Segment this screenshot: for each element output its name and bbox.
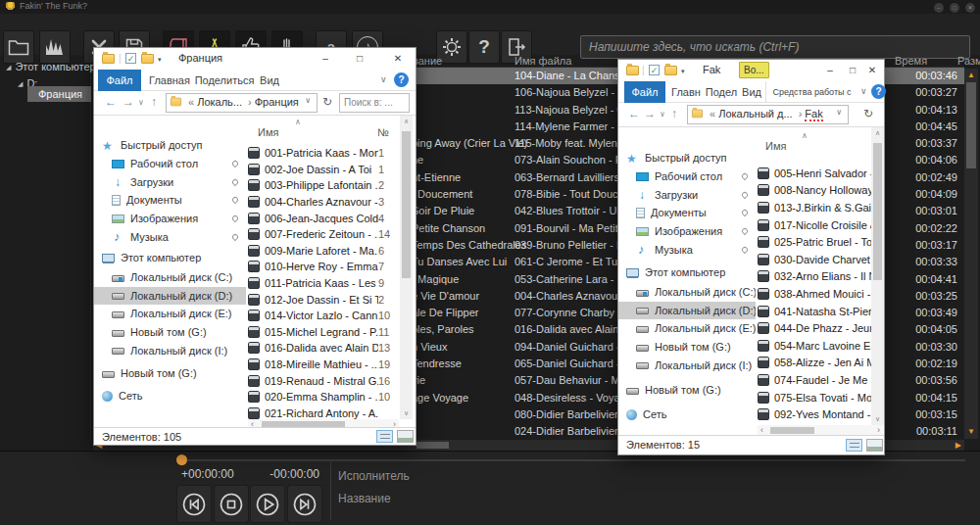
close-button[interactable]: ✕ [385, 48, 411, 70]
file-row[interactable]: 015-Michel Legrand - P... 11 [248, 324, 400, 341]
sort-ascending-icon[interactable]: ∧ [295, 118, 301, 126]
tab-file[interactable]: Файл [624, 81, 665, 103]
list-vertical-scrollbar[interactable]: ∧ ∨ [871, 127, 884, 425]
file-row[interactable]: 092-Yves Montand - So... [758, 406, 871, 423]
file-row[interactable]: 012-Joe Dassin - Et Si T... 2 [248, 291, 400, 308]
scroll-up-icon[interactable]: ∧ [400, 118, 413, 125]
nav-drive-item[interactable]: Локальный диск (I:) [618, 356, 756, 374]
minimize-button[interactable]: – [313, 48, 338, 70]
list-vertical-scrollbar[interactable]: ∧ ∨ [400, 116, 413, 419]
file-row[interactable]: 011-Patricia Kaas - Les ... 9 [248, 275, 400, 292]
expand-icon[interactable]: ◢ [6, 64, 11, 71]
file-row[interactable]: 054-Marc Lavoine En D... [758, 337, 871, 355]
crumb-current[interactable]: Fak [805, 108, 822, 121]
file-row[interactable]: 041-Natasha St-Pier - T... [758, 303, 871, 320]
scroll-up-icon[interactable]: ▲ [964, 71, 978, 80]
tab-file[interactable]: Файл [98, 70, 141, 91]
crumb-chevron[interactable]: « [185, 96, 197, 108]
tree-item-computer[interactable]: ◢Этот компьютер [6, 61, 96, 72]
tab-home[interactable]: Главн [669, 81, 703, 103]
tab-share[interactable]: Подел [705, 81, 738, 103]
nav-drive-item[interactable]: Локальный диск (I:) [94, 341, 246, 359]
help-icon[interactable]: ? [394, 72, 409, 87]
nav-volume-g[interactable]: Новый том (G:) [94, 364, 246, 383]
up-icon[interactable]: ↑ [671, 107, 677, 120]
qat-dropdown-icon[interactable]: ▾ [681, 68, 685, 75]
qat-dropdown-icon[interactable]: ▾ [158, 56, 162, 64]
column-time[interactable]: Время [895, 55, 927, 67]
dropdown-icon[interactable]: ∨ [833, 108, 845, 117]
file-row[interactable]: 004-Charles Aznavour -... 3 [248, 194, 400, 211]
file-row[interactable]: 016-Dalida avec Alain D... 13 [248, 340, 400, 357]
breadcrumb[interactable]: «Локальный д... ›Fak ∨ [687, 105, 849, 124]
file-row[interactable]: 017-Nicolle Croisile & P... [758, 216, 871, 234]
seek-handle[interactable] [176, 454, 187, 465]
play-button[interactable] [250, 485, 285, 523]
scroll-thumb[interactable] [402, 131, 411, 278]
nav-drive-item[interactable]: Локальный диск (C:) [618, 283, 756, 302]
nav-drive-item[interactable]: Локальный диск (E:) [618, 319, 756, 338]
file-row[interactable]: 058-Alizze - Jen Ai Marre... [758, 355, 871, 372]
file-row[interactable]: 006-Jean-Jacques Cold... 4 [248, 210, 400, 226]
file-row[interactable]: 002-Joe Dassin - A Toi 1 [248, 162, 400, 178]
nav-network[interactable]: Сеть [94, 387, 246, 406]
up-icon[interactable]: ↑ [151, 95, 157, 109]
column-name[interactable]: Имя [258, 126, 278, 138]
minimize-button[interactable]: – [934, 3, 944, 13]
expand-icon[interactable]: ◢ [18, 80, 23, 87]
maximize-button[interactable]: □ [347, 48, 372, 70]
details-view-icon[interactable] [846, 439, 862, 452]
tab-home[interactable]: Главная [145, 70, 194, 91]
crumb-parent[interactable]: Локальный д... [718, 108, 792, 119]
file-row[interactable]: 010-Herve Roy - Emma... 7 [248, 259, 400, 275]
column-name[interactable]: Имя [765, 140, 786, 152]
forward-icon[interactable]: → [122, 95, 134, 109]
column-filename[interactable]: Имя файла [514, 55, 571, 67]
file-row[interactable]: 008-Nancy Holloway - ... [758, 182, 871, 200]
file-row[interactable]: 019-Renaud - Mistral G... 16 [248, 372, 400, 389]
back-icon[interactable]: ← [628, 107, 640, 120]
tree-item-folder-selected[interactable]: Франция [27, 86, 91, 102]
details-view-icon[interactable] [376, 430, 393, 443]
tab-view[interactable]: Вид [740, 81, 763, 103]
next-button[interactable] [287, 485, 322, 523]
nav-item[interactable]: Изображения [618, 222, 756, 241]
ribbon-collapse-icon[interactable]: ∨ [860, 86, 867, 96]
checkbox-icon[interactable]: ✓ [649, 65, 660, 75]
close-button[interactable]: ✕ [859, 60, 885, 81]
scroll-down-icon[interactable]: ∨ [400, 409, 413, 417]
file-row[interactable]: 003-Philippe Lafontain ... 2 [248, 177, 400, 194]
scroll-down-icon[interactable]: ▼ [964, 427, 978, 437]
refresh-icon[interactable]: ↻ [322, 95, 332, 109]
file-row[interactable]: 018-Mireille Mathieu - ... 19 [248, 357, 400, 373]
file-row[interactable]: 075-Elsa Tovati - Moi Je... [758, 389, 871, 406]
file-row[interactable]: 014-Victor Lazlo - Cann... 10 [248, 308, 400, 324]
file-row[interactable]: 025-Patric Bruel - Tout S... [758, 233, 871, 251]
tab-music-tools[interactable]: Средства работы с музыкой [765, 81, 858, 103]
sort-ascending-icon[interactable]: ∧ [802, 131, 808, 140]
file-row[interactable]: 009-Marie Laforet - Ma... 6 [248, 243, 400, 260]
tab-view[interactable]: Вид [255, 70, 284, 91]
crumb-chevron[interactable]: « [707, 108, 718, 119]
nav-this-pc[interactable]: Этот компьютер [94, 249, 246, 267]
refresh-icon[interactable]: ↻ [863, 107, 873, 120]
thumbnail-view-icon[interactable] [397, 430, 414, 443]
nav-item[interactable]: Музыка [94, 227, 246, 246]
nav-drive-item[interactable]: Локальный диск (D:) [94, 287, 246, 306]
recent-icon[interactable]: ∨ [138, 98, 144, 107]
thumbnail-view-icon[interactable] [866, 439, 883, 452]
maximize-button[interactable]: □ [950, 3, 959, 13]
checkbox-icon[interactable]: ✓ [125, 53, 136, 64]
scroll-right-icon[interactable]: ▶ [956, 441, 961, 450]
file-row[interactable]: 013-J.Birkin & S.Gainsb... [758, 199, 871, 216]
scroll-thumb[interactable] [416, 442, 449, 449]
nav-item[interactable]: Загрузки [618, 186, 756, 205]
nav-item[interactable]: Рабочий стол [618, 167, 756, 186]
nav-drive-item[interactable]: Новый том (G:) [618, 338, 756, 357]
column-number[interactable]: № [377, 126, 389, 138]
nav-this-pc[interactable]: Этот компьютер [618, 263, 756, 282]
nav-drive-item[interactable]: Локальный диск (C:) [94, 268, 246, 287]
nav-item[interactable]: Музыка [618, 240, 756, 259]
file-row[interactable]: 038-Ahmed Mouici - Re... [758, 285, 871, 303]
nav-item[interactable]: Загрузки [94, 173, 246, 192]
